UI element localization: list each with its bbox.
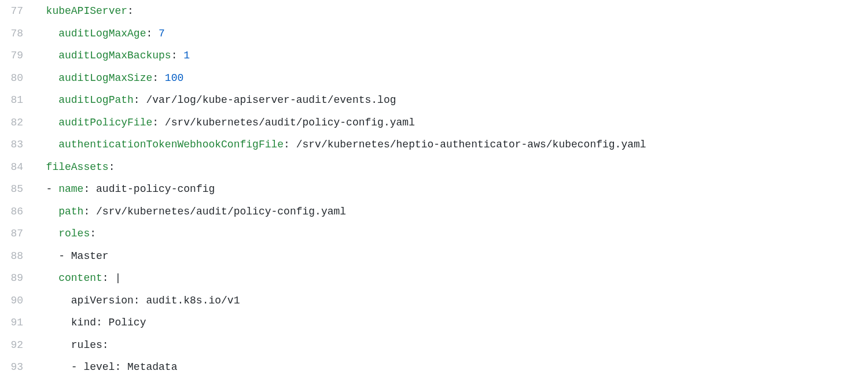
line-number: 81: [0, 89, 34, 112]
syntax-token: :: [83, 183, 96, 195]
syntax-token: :: [284, 139, 296, 150]
code-line: 86 path: /srv/kubernetes/audit/policy-co…: [0, 201, 868, 223]
line-number: 91: [0, 312, 34, 334]
line-content[interactable]: auditLogMaxSize: 100: [34, 67, 868, 90]
syntax-token: :: [152, 72, 165, 84]
syntax-token: 1: [183, 50, 190, 61]
line-content[interactable]: authenticationTokenWebhookConfigFile: /s…: [34, 134, 868, 156]
syntax-token: kubeAPIServer: [46, 5, 127, 17]
line-content[interactable]: auditLogMaxAge: 7: [34, 23, 868, 45]
syntax-token: /var/log/kube-apiserver-audit/events.log: [146, 94, 396, 106]
syntax-token: auditLogMaxAge: [58, 28, 146, 39]
line-content[interactable]: - name: audit-policy-config: [34, 178, 868, 201]
syntax-token: audit-policy-config: [96, 183, 215, 195]
syntax-token: :: [127, 5, 134, 17]
line-number: 89: [0, 267, 34, 290]
code-line: 87 roles:: [0, 223, 868, 245]
syntax-token: content: [58, 272, 102, 284]
syntax-token: /srv/kubernetes/audit/policy-config.yaml: [96, 206, 346, 217]
line-number: 88: [0, 245, 34, 268]
syntax-token: fileAssets: [46, 161, 109, 173]
syntax-token: - Master: [34, 250, 109, 262]
line-content[interactable]: path: /srv/kubernetes/audit/policy-confi…: [34, 201, 868, 223]
syntax-token: rules:: [34, 339, 109, 351]
line-number: 87: [0, 223, 34, 245]
line-number: 80: [0, 67, 34, 90]
line-number: 82: [0, 112, 34, 134]
line-content[interactable]: content: |: [34, 267, 868, 290]
syntax-token: [34, 50, 58, 61]
line-number: 77: [0, 0, 34, 23]
line-number: 84: [0, 156, 34, 179]
line-content[interactable]: rules:: [34, 334, 868, 357]
syntax-token: roles: [58, 228, 90, 239]
line-number: 92: [0, 334, 34, 357]
code-line: 83 authenticationTokenWebhookConfigFile:…: [0, 134, 868, 156]
syntax-token: [34, 94, 58, 106]
line-number: 93: [0, 356, 34, 378]
line-content[interactable]: kubeAPIServer:: [34, 0, 868, 23]
syntax-token: [34, 139, 58, 150]
line-number: 78: [0, 23, 34, 45]
code-line: 78 auditLogMaxAge: 7: [0, 23, 868, 45]
code-line: 79 auditLogMaxBackups: 1: [0, 45, 868, 67]
syntax-token: :: [109, 161, 115, 173]
syntax-token: [34, 28, 58, 39]
syntax-token: [34, 72, 58, 84]
syntax-token: [34, 161, 46, 173]
code-line: 77 kubeAPIServer:: [0, 0, 868, 23]
syntax-token: auditLogMaxSize: [58, 72, 152, 84]
line-content[interactable]: kind: Policy: [34, 312, 868, 334]
syntax-token: /srv/kubernetes/audit/policy-config.yaml: [165, 117, 415, 128]
code-line: 85 - name: audit-policy-config: [0, 178, 868, 201]
yaml-code-block: 77 kubeAPIServer:78 auditLogMaxAge: 779 …: [0, 0, 868, 378]
code-line: 88 - Master: [0, 245, 868, 268]
syntax-token: :: [90, 228, 96, 239]
syntax-token: :: [152, 117, 165, 128]
code-line: 90 apiVersion: audit.k8s.io/v1: [0, 290, 868, 312]
code-line: 89 content: |: [0, 267, 868, 290]
line-content[interactable]: fileAssets:: [34, 156, 868, 179]
code-line: 93 - level: Metadata: [0, 356, 868, 378]
syntax-token: :: [146, 28, 159, 39]
line-number: 79: [0, 45, 34, 67]
syntax-token: :: [102, 272, 115, 284]
line-content[interactable]: auditLogMaxBackups: 1: [34, 45, 868, 67]
syntax-token: :: [171, 50, 184, 61]
code-line: 91 kind: Policy: [0, 312, 868, 334]
code-line: 80 auditLogMaxSize: 100: [0, 67, 868, 90]
syntax-token: [34, 117, 58, 128]
syntax-token: [34, 272, 58, 284]
syntax-token: path: [58, 206, 83, 217]
syntax-token: /srv/kubernetes/heptio-authenticator-aws…: [296, 139, 646, 150]
syntax-token: auditPolicyFile: [58, 117, 152, 128]
code-line: 84 fileAssets:: [0, 156, 868, 179]
syntax-token: - level: Metadata: [34, 361, 177, 373]
line-content[interactable]: roles:: [34, 223, 868, 245]
syntax-token: 100: [165, 72, 183, 84]
syntax-token: kind: Policy: [34, 317, 146, 328]
syntax-token: auditLogMaxBackups: [58, 50, 171, 61]
syntax-token: |: [115, 272, 121, 284]
syntax-token: :: [83, 206, 96, 217]
syntax-token: [34, 228, 58, 239]
line-content[interactable]: auditPolicyFile: /srv/kubernetes/audit/p…: [34, 112, 868, 134]
line-number: 83: [0, 134, 34, 156]
line-content[interactable]: - level: Metadata: [34, 356, 868, 378]
code-line: 92 rules:: [0, 334, 868, 357]
code-line: 82 auditPolicyFile: /srv/kubernetes/audi…: [0, 112, 868, 134]
syntax-token: auditLogPath: [58, 94, 134, 106]
syntax-token: -: [34, 183, 58, 195]
line-content[interactable]: - Master: [34, 245, 868, 268]
syntax-token: apiVersion: audit.k8s.io/v1: [34, 295, 240, 306]
line-number: 90: [0, 290, 34, 312]
syntax-token: [34, 206, 58, 217]
line-number: 85: [0, 178, 34, 201]
line-content[interactable]: auditLogPath: /var/log/kube-apiserver-au…: [34, 89, 868, 112]
syntax-token: :: [134, 94, 146, 106]
code-line: 81 auditLogPath: /var/log/kube-apiserver…: [0, 89, 868, 112]
line-number: 86: [0, 201, 34, 223]
line-content[interactable]: apiVersion: audit.k8s.io/v1: [34, 290, 868, 312]
syntax-token: [34, 5, 46, 17]
syntax-token: authenticationTokenWebhookConfigFile: [58, 139, 284, 150]
